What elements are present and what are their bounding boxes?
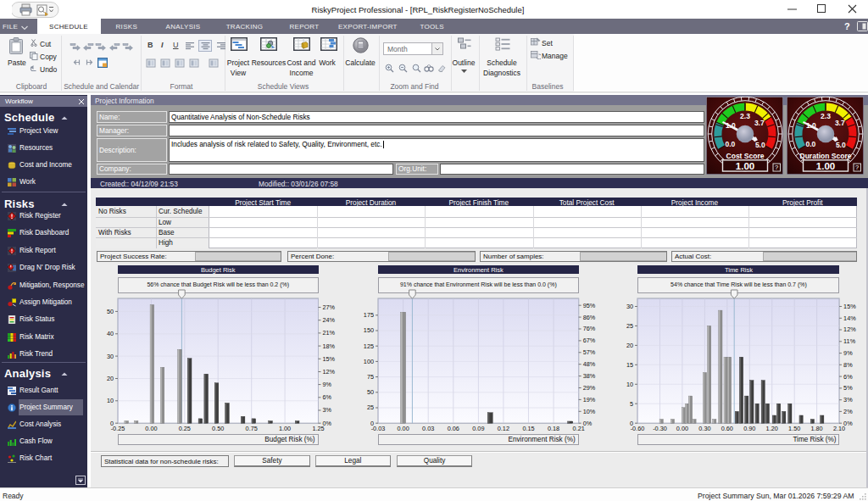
svg-text:-0.25: -0.25 — [111, 425, 125, 432]
svg-text:2.10: 2.10 — [833, 425, 845, 432]
svg-text:8%: 8% — [843, 361, 853, 369]
svg-text:1.80: 1.80 — [811, 425, 823, 432]
svg-text:1.25: 1.25 — [312, 425, 324, 432]
svg-text:9%: 9% — [322, 381, 331, 388]
svg-text:18%: 18% — [322, 342, 335, 350]
svg-text:29%: 29% — [583, 384, 596, 392]
svg-text:9%: 9% — [843, 349, 853, 357]
svg-text:50: 50 — [107, 308, 114, 315]
svg-text:0.21: 0.21 — [573, 425, 585, 432]
svg-text:14%: 14% — [843, 315, 856, 322]
svg-text:2%: 2% — [843, 408, 853, 415]
svg-text:0.0: 0.0 — [725, 140, 735, 148]
svg-text:3.7: 3.7 — [754, 119, 765, 127]
svg-text:40: 40 — [107, 330, 114, 337]
svg-text:100: 100 — [364, 358, 374, 365]
svg-text:76%: 76% — [583, 325, 596, 332]
svg-text:175: 175 — [364, 311, 374, 319]
svg-text:12%: 12% — [322, 368, 335, 376]
svg-text:15%: 15% — [843, 303, 856, 310]
svg-text:3%: 3% — [322, 406, 331, 414]
svg-text:50: 50 — [367, 388, 374, 396]
svg-text:30: 30 — [107, 353, 114, 360]
svg-text:0.90: 0.90 — [744, 425, 756, 432]
svg-text:11%: 11% — [843, 337, 856, 345]
svg-text:57%: 57% — [583, 348, 596, 356]
svg-text:0.00: 0.00 — [145, 425, 157, 432]
svg-text:19%: 19% — [583, 396, 596, 404]
svg-text:1.20: 1.20 — [766, 425, 778, 432]
svg-text:6%: 6% — [843, 373, 853, 381]
svg-text:27%: 27% — [322, 303, 335, 311]
svg-text:0.60: 0.60 — [721, 425, 733, 432]
svg-text:125: 125 — [364, 342, 374, 350]
svg-text:5%: 5% — [843, 384, 853, 392]
svg-text:25: 25 — [626, 322, 633, 330]
svg-text:15%: 15% — [322, 355, 335, 363]
svg-text:24%: 24% — [322, 316, 335, 324]
svg-text:48%: 48% — [583, 360, 596, 368]
svg-text:12%: 12% — [843, 326, 856, 333]
svg-text:30: 30 — [626, 303, 633, 310]
svg-text:0.50: 0.50 — [212, 425, 224, 432]
svg-text:0.15: 0.15 — [522, 425, 534, 432]
svg-text:67%: 67% — [583, 337, 596, 344]
svg-text:95%: 95% — [583, 302, 596, 309]
svg-text:0.03: 0.03 — [422, 425, 434, 432]
svg-text:5.0: 5.0 — [755, 141, 765, 149]
svg-text:38%: 38% — [583, 372, 596, 380]
svg-text:5: 5 — [630, 400, 633, 408]
svg-text:0.30: 0.30 — [699, 425, 711, 432]
svg-text:6%: 6% — [322, 393, 331, 401]
svg-text:0.12: 0.12 — [498, 425, 509, 432]
svg-text:0.09: 0.09 — [472, 425, 484, 432]
svg-text:?: ? — [775, 164, 778, 171]
svg-text:1.00: 1.00 — [279, 425, 291, 432]
svg-text:0.06: 0.06 — [448, 425, 459, 432]
svg-text:1.00: 1.00 — [816, 161, 835, 171]
svg-text:3%: 3% — [843, 396, 853, 404]
svg-text:0.75: 0.75 — [246, 425, 258, 432]
svg-text:15: 15 — [626, 361, 633, 369]
svg-text:0.0: 0.0 — [805, 140, 815, 148]
svg-text:?: ? — [855, 164, 859, 171]
svg-text:3.7: 3.7 — [835, 119, 845, 127]
svg-text:-0.60: -0.60 — [631, 425, 645, 432]
svg-text:-0.30: -0.30 — [654, 425, 668, 432]
svg-text:0.00: 0.00 — [398, 425, 409, 432]
svg-text:2.3: 2.3 — [821, 112, 831, 120]
svg-text:150: 150 — [364, 326, 374, 334]
svg-text:25: 25 — [367, 404, 374, 411]
svg-text:10: 10 — [626, 381, 633, 388]
svg-text:20: 20 — [626, 342, 633, 349]
svg-text:86%: 86% — [583, 314, 596, 321]
svg-text:1.00: 1.00 — [736, 161, 754, 171]
svg-text:5.0: 5.0 — [836, 141, 846, 149]
svg-text:10: 10 — [107, 397, 114, 404]
svg-text:Duration Score: Duration Score — [800, 152, 852, 160]
svg-text:21%: 21% — [322, 329, 335, 337]
svg-text:10%: 10% — [583, 408, 596, 415]
svg-text:Cost Score: Cost Score — [726, 152, 765, 160]
svg-text:0.18: 0.18 — [548, 425, 559, 432]
svg-text:1.50: 1.50 — [788, 425, 800, 432]
svg-text:2.3: 2.3 — [740, 112, 750, 120]
svg-text:75: 75 — [367, 373, 374, 381]
svg-text:0.25: 0.25 — [179, 425, 191, 432]
svg-text:20: 20 — [107, 375, 114, 382]
svg-text:0.00: 0.00 — [676, 425, 688, 432]
svg-text:-0.03: -0.03 — [371, 425, 386, 432]
